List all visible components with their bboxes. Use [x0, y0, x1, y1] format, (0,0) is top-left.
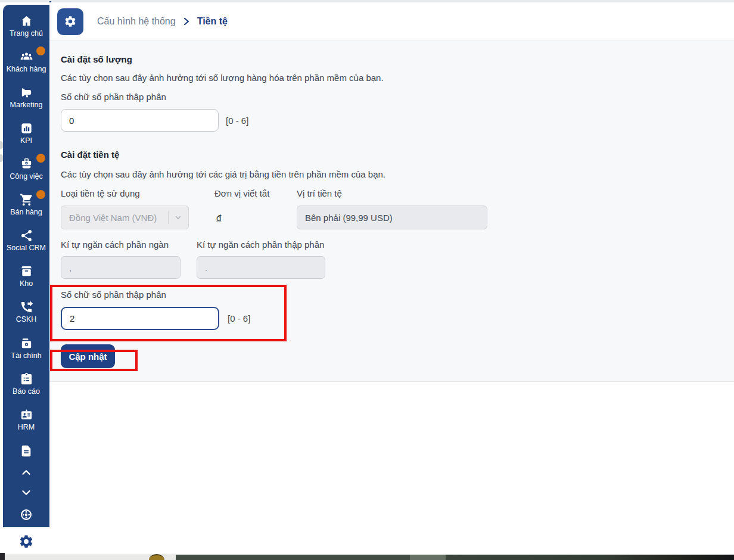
bottom-strip-light2	[410, 555, 446, 560]
currency-symbol-label: Đơn vị viết tắt	[214, 188, 269, 198]
sidebar-item-label: Trang chủ	[10, 30, 43, 38]
briefcase-icon	[20, 157, 33, 171]
sidebar-item-khach-hang[interactable]: Khách hàng	[3, 43, 49, 79]
sidebar-item-label: HRM	[18, 424, 35, 431]
thousand-separator-label: Kí tự ngăn cách phần ngàn	[61, 239, 169, 250]
sidebar-item-support[interactable]	[3, 503, 49, 527]
home-icon	[20, 14, 33, 28]
sidebar-item-kho[interactable]: Kho	[3, 259, 49, 294]
phone-forwarded-icon	[20, 300, 33, 314]
sidebar-item-marketing[interactable]: Marketing	[3, 79, 49, 115]
page-header: Cấu hình hệ thống Tiền tệ	[49, 2, 734, 41]
finance-icon	[20, 337, 33, 350]
sidebar-item-label: Công việc	[10, 173, 43, 181]
bottom-strip-dark1	[176, 555, 410, 560]
currency-position-label: Vị trí tiền tệ	[297, 188, 342, 198]
currency-decimal-label: Số chữ số phần thập phân	[61, 290, 166, 300]
quantity-range-hint: [0 - 6]	[226, 116, 248, 126]
notification-dot	[36, 190, 45, 199]
sidebar-item-social-crm[interactable]: Social CRM	[3, 223, 49, 259]
settings-panel: Cài đặt số lượng Các tùy chọn sau đây ản…	[49, 41, 734, 382]
sidebar-item-label: Kho	[20, 280, 33, 288]
sidebar-item-label: CSKH	[16, 316, 37, 323]
sidebar-item-label: Marketing	[10, 101, 43, 109]
sidebar-item-ban-hang[interactable]: Bán hàng	[3, 187, 49, 223]
currency-type-label: Loại tiền tệ sử dụng	[61, 188, 140, 198]
chevron-down-icon	[174, 213, 182, 222]
sidebar-item-bao-cao[interactable]: Báo cáo	[3, 366, 49, 402]
thousand-separator-input	[61, 256, 181, 279]
sidebar-item-label: Tài chính	[11, 352, 41, 360]
bar-chart-icon	[20, 122, 33, 135]
sidebar-item-label: KPI	[20, 137, 32, 145]
cart-icon	[20, 193, 33, 207]
currency-type-select: Đồng Việt Nam (VNĐ)	[61, 206, 189, 229]
system-config-button[interactable]	[57, 8, 83, 35]
quantity-section-description: Các tùy chọn sau đây ảnh hưởng tới số lư…	[61, 73, 384, 83]
sidebar-scroll-up[interactable]	[3, 462, 49, 482]
archive-icon	[20, 265, 33, 278]
sidebar-item-label: Báo cáo	[13, 388, 40, 396]
report-icon	[20, 372, 33, 386]
currency-decimal-input[interactable]	[61, 307, 219, 330]
currency-range-hint: [0 - 6]	[228, 313, 250, 323]
document-icon	[20, 444, 33, 458]
sidebar-item-label: Bán hàng	[10, 209, 42, 216]
bottom-strip-corner	[0, 553, 5, 560]
gear-icon	[18, 534, 34, 549]
sidebar-item-hrm[interactable]: HRM	[3, 402, 49, 437]
quantity-decimal-input[interactable]	[61, 109, 219, 132]
sidebar-item-label: Social CRM	[7, 244, 46, 252]
sidebar-item-document[interactable]	[3, 440, 49, 462]
sidebar-item-tai-chinh[interactable]: Tài chính	[3, 330, 49, 366]
select-divider	[168, 211, 169, 224]
decimal-separator-label: Kí tự ngăn cách phần thập phân	[197, 239, 324, 250]
decimal-separator-input	[197, 256, 325, 279]
sidebar-item-cong-viec[interactable]: Công việc	[3, 151, 49, 186]
chevron-down-icon	[20, 486, 33, 499]
quantity-decimal-label: Số chữ số phần thập phân	[61, 92, 166, 102]
gear-icon	[64, 15, 77, 28]
notification-dot	[36, 154, 45, 163]
sidebar-item-trang-chu[interactable]: Trang chủ	[3, 8, 49, 43]
chevron-right-icon	[183, 17, 190, 26]
breadcrumb: Cấu hình hệ thống Tiền tệ	[97, 16, 228, 27]
sidebar-item-cskh[interactable]: CSKH	[3, 294, 49, 330]
id-badge-icon	[20, 408, 33, 422]
currency-type-value: Đồng Việt Nam (VNĐ)	[69, 213, 166, 223]
customers-icon	[20, 50, 33, 64]
share-icon	[20, 229, 33, 242]
currency-section-description: Các tùy chọn sau đây ảnh hưởng tới các g…	[61, 169, 385, 179]
bottom-strip-dark2	[446, 555, 734, 560]
notification-dot	[36, 46, 45, 55]
wheel-icon	[20, 508, 33, 521]
breadcrumb-parent[interactable]: Cấu hình hệ thống	[97, 16, 176, 27]
sidebar-item-label: Khách hàng	[7, 66, 46, 73]
quantity-section-title: Cài đặt số lượng	[61, 54, 132, 64]
update-button[interactable]: Cập nhật	[61, 344, 115, 368]
currency-symbol-value: đ	[216, 213, 221, 223]
sidebar: Trang chủ Khách hàng Marketing KPI	[3, 5, 49, 527]
settings-gear-button[interactable]	[18, 534, 34, 549]
currency-section-title: Cài đặt tiền tệ	[61, 150, 119, 160]
sidebar-item-kpi[interactable]: KPI	[3, 115, 49, 151]
breadcrumb-current[interactable]: Tiền tệ	[197, 16, 228, 27]
megaphone-icon	[20, 86, 33, 99]
sidebar-scroll-down[interactable]	[3, 483, 49, 503]
chevron-up-icon	[20, 466, 33, 479]
currency-position-input	[297, 206, 487, 229]
